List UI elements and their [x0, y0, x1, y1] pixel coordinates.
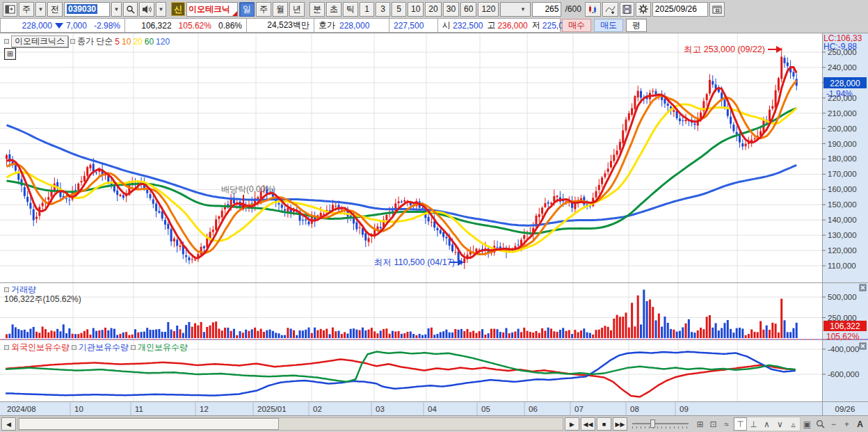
rewind-button[interactable]: ◀◀ — [581, 417, 595, 431]
price-change-pct: -2.98% — [94, 21, 120, 31]
zoom-out-icon[interactable]: − — [827, 417, 840, 431]
holdings-panel-close-icon[interactable] — [860, 343, 866, 349]
period-minute-button[interactable]: 분 — [310, 2, 325, 17]
volume-panel-close-icon[interactable] — [860, 285, 866, 291]
chart-area[interactable]: 110,000120,000130,000140,000150,000160,0… — [0, 33, 868, 416]
play-button[interactable]: ▶ — [565, 417, 579, 431]
svg-text:110,000: 110,000 — [828, 262, 856, 270]
ma-legend-toggle-icon[interactable] — [70, 39, 75, 44]
stock-group-button[interactable]: 주 — [19, 2, 34, 17]
stock-code-input[interactable]: 039030 — [64, 2, 110, 17]
mark-style-3-icon[interactable]: ∧ — [760, 417, 773, 431]
period-day-button[interactable]: 일 — [239, 2, 255, 17]
institution-legend-label: 기관보유수량 — [79, 342, 129, 353]
chart-scrollbar[interactable] — [17, 417, 563, 431]
period-second-button[interactable]: 초 — [326, 2, 341, 17]
prev-stock-button[interactable]: 전 — [47, 2, 63, 17]
avg-button[interactable]: 평 — [626, 19, 647, 32]
stock-search-button[interactable] — [123, 2, 138, 17]
volume-legend-toggle-icon[interactable] — [4, 287, 9, 292]
interval-30-button[interactable]: 30 — [443, 2, 459, 17]
mark-style-2-icon[interactable]: ⊥ — [747, 417, 760, 431]
svg-text:500,000: 500,000 — [828, 293, 857, 301]
cascade-icon[interactable]: ⊡ — [707, 417, 720, 431]
individual-legend-toggle-icon[interactable] — [131, 345, 136, 350]
svg-text:140,000: 140,000 — [828, 216, 857, 224]
name-resize-corner — [232, 11, 237, 16]
interval-120-button[interactable]: 120 — [478, 2, 499, 17]
interval-5-button[interactable]: 5 — [392, 2, 406, 17]
volume-pct: 105.62% — [179, 21, 211, 31]
export-image-icon[interactable]: ▣ — [801, 417, 814, 431]
interval-1-button[interactable]: 1 — [360, 2, 374, 17]
scrollbar-thumb[interactable] — [19, 418, 279, 430]
svg-text:2024/08: 2024/08 — [7, 405, 36, 413]
mark-style-4-icon[interactable]: ∨ — [773, 417, 787, 431]
slider-knob[interactable] — [650, 419, 655, 428]
magnifier-icon[interactable] — [814, 417, 827, 431]
chart-window: 주 ▼ 전 039030 ▼ ▼ 신 이오테크닉 일 주 월 년 분 초 틱 1… — [0, 0, 868, 432]
svg-text:-600,000: -600,000 — [828, 370, 859, 378]
high-price: 236,000 — [497, 21, 527, 31]
period-year-button[interactable]: 년 — [289, 2, 305, 17]
interval-3-button[interactable]: 3 — [376, 2, 390, 17]
svg-text:130,000: 130,000 — [828, 231, 857, 239]
svg-text:09/26: 09/26 — [835, 405, 855, 413]
voice-alert-dropdown[interactable]: ▼ — [156, 2, 166, 17]
mark-style-5-icon[interactable]: ▵ — [787, 417, 800, 431]
interval-10-button[interactable]: 10 — [408, 2, 424, 17]
volume-value: 106,322 — [141, 21, 171, 31]
stock-group-dropdown[interactable]: ▼ — [35, 2, 46, 17]
ask-price: 228,000 — [339, 21, 369, 31]
font-size-icon[interactable]: A — [853, 417, 867, 431]
zoom-in-icon[interactable]: + — [840, 417, 853, 431]
candle-total-label: /600 — [565, 4, 581, 14]
price-marker-button[interactable] — [585, 2, 601, 17]
settings-button[interactable] — [636, 2, 651, 17]
period-week-button[interactable]: 주 — [256, 2, 271, 17]
svg-text:02: 02 — [313, 405, 322, 413]
interval-20-button[interactable]: 20 — [425, 2, 441, 17]
period-month-button[interactable]: 월 — [273, 2, 288, 17]
save-button[interactable] — [620, 2, 634, 17]
mark-style-1-icon[interactable]: ⊤ — [734, 417, 747, 431]
calendar-button[interactable] — [709, 2, 725, 17]
ma-10-label: 10 — [122, 37, 131, 47]
add-indicator-button[interactable] — [602, 2, 618, 17]
date-input[interactable]: 2025/09/26 — [652, 2, 708, 17]
legend-toggle-icon[interactable] — [4, 39, 9, 44]
volume-legend-detail: 106,322주(105.62%) — [4, 294, 81, 305]
data-grid-button[interactable]: ⊞ — [4, 48, 16, 60]
price-change: 7,000 — [66, 21, 87, 31]
main-chart-svg[interactable]: 110,000120,000130,000140,000150,000160,0… — [0, 33, 868, 416]
fast-forward-button[interactable]: ▶▶ — [613, 417, 627, 431]
scroll-left-button[interactable]: ◀ — [1, 417, 16, 431]
svg-text:04: 04 — [428, 405, 437, 413]
trade-value: 24,523백만 — [267, 19, 310, 31]
trendline-icon[interactable]: ≈ — [720, 417, 733, 431]
code-dropdown[interactable]: ▼ — [111, 2, 122, 17]
window-panel-icon[interactable] — [3, 2, 17, 17]
institution-legend-toggle-icon[interactable] — [72, 345, 77, 350]
stop-button[interactable]: ■ — [597, 417, 611, 431]
foreign-legend-toggle-icon[interactable] — [4, 345, 9, 350]
svg-text:250,000: 250,000 — [828, 314, 857, 322]
sell-button[interactable]: 매도 — [594, 19, 623, 32]
replay-speed-slider[interactable] — [631, 417, 690, 431]
quote-info-bar: 228,000 7,000 -2.98% 106,322 105.62% 0.8… — [0, 18, 868, 33]
svg-text:05: 05 — [481, 405, 490, 413]
svg-text:HC:-9,88: HC:-9,88 — [823, 42, 857, 51]
low-label: 저 — [532, 19, 540, 31]
candle-count-input[interactable]: 265 — [532, 2, 561, 17]
period-tick-button[interactable]: 틱 — [343, 2, 358, 17]
svg-text:2025/01: 2025/01 — [257, 405, 287, 413]
custom-interval-select[interactable]: ▼ — [500, 2, 531, 17]
voice-alert-button[interactable] — [139, 2, 154, 17]
stock-name-legend[interactable]: 이오테크닉스 — [11, 35, 68, 47]
open-label: 시 — [442, 19, 451, 31]
stock-name-field[interactable]: 이오테크닉 — [186, 2, 238, 17]
ma-5-label: 5 — [115, 37, 120, 47]
interval-60-button[interactable]: 60 — [460, 2, 476, 17]
buy-button[interactable]: 매수 — [562, 19, 591, 32]
cascade-add-icon[interactable]: ⊞ — [693, 417, 707, 431]
